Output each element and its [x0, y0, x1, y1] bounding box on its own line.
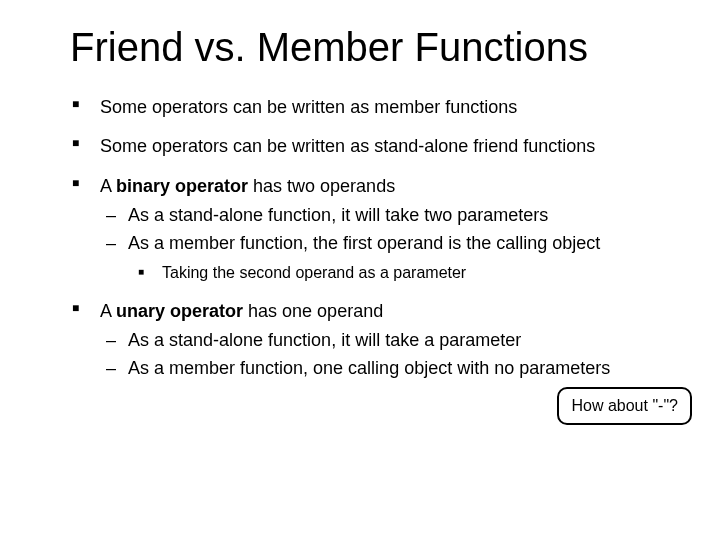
bullet-4-sublist: As a stand-alone function, it will take …	[100, 329, 650, 380]
bullet-3-post: has two operands	[248, 176, 395, 196]
bullet-4-sub2: As a member function, one calling object…	[100, 357, 650, 380]
bullet-3-sub1-text: As a stand-alone function, it will take …	[128, 205, 548, 225]
bullet-3-pre: A	[100, 176, 116, 196]
bullet-3-sub2-sub1: Taking the second operand as a parameter	[128, 263, 650, 284]
bullet-1-text: Some operators can be written as member …	[100, 97, 517, 117]
bullet-4-post: has one operand	[243, 301, 383, 321]
bullet-1: Some operators can be written as member …	[70, 96, 650, 119]
slide-content: Friend vs. Member Functions Some operato…	[0, 0, 720, 416]
bullet-3-sub2-sub1-text: Taking the second operand as a parameter	[162, 264, 466, 281]
bullet-4-pre: A	[100, 301, 116, 321]
bullet-3-bold: binary operator	[116, 176, 248, 196]
bullet-3-sub1: As a stand-alone function, it will take …	[100, 204, 650, 227]
bullet-3-sub2: As a member function, the first operand …	[100, 232, 650, 284]
callout-box: How about "-"?	[557, 387, 692, 425]
bullet-3-sublist: As a stand-alone function, it will take …	[100, 204, 650, 284]
bullet-3-sub2-sublist: Taking the second operand as a parameter	[128, 263, 650, 284]
bullet-4-bold: unary operator	[116, 301, 243, 321]
bullet-list: Some operators can be written as member …	[70, 96, 650, 380]
callout-text: How about "-"?	[571, 397, 678, 414]
bullet-3-sub2-text: As a member function, the first operand …	[128, 233, 600, 253]
bullet-4: A unary operator has one operand As a st…	[70, 300, 650, 380]
bullet-4-sub1-text: As a stand-alone function, it will take …	[128, 330, 521, 350]
bullet-4-sub1: As a stand-alone function, it will take …	[100, 329, 650, 352]
bullet-3: A binary operator has two operands As a …	[70, 175, 650, 284]
bullet-2-text: Some operators can be written as stand-a…	[100, 136, 595, 156]
bullet-4-sub2-text: As a member function, one calling object…	[128, 358, 610, 378]
bullet-2: Some operators can be written as stand-a…	[70, 135, 650, 158]
slide-title: Friend vs. Member Functions	[70, 24, 650, 70]
